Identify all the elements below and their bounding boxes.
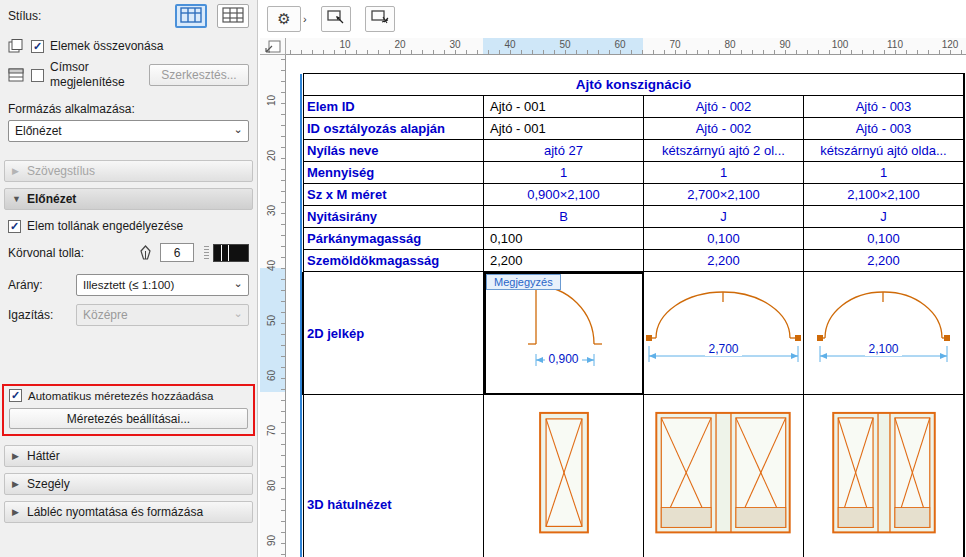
ruler-tick-label: 80 bbox=[266, 477, 277, 495]
table-cell[interactable]: 2,700×2,100 bbox=[644, 184, 804, 206]
row-label[interactable]: Sz x M méret bbox=[304, 184, 484, 206]
backview-cell-door1[interactable] bbox=[484, 395, 644, 557]
chevron-down-icon bbox=[231, 124, 245, 138]
table-grid-icon bbox=[180, 7, 202, 26]
ruler-tick-label: 40 bbox=[500, 39, 520, 50]
table-cell[interactable]: 2,200 bbox=[644, 250, 804, 272]
inject-parameters-button[interactable] bbox=[365, 6, 395, 32]
table-cell[interactable]: Ajtó - 001 bbox=[484, 96, 644, 118]
ruler-origin-icon[interactable] bbox=[260, 38, 286, 55]
symbol-cell-door1-selected[interactable]: Megjegyzés bbox=[484, 272, 644, 395]
scale-row: Arány: Illesztett (≤ 1:100) bbox=[8, 274, 249, 296]
section-border-label: Szegély bbox=[27, 477, 70, 491]
align-label: Igazítás: bbox=[8, 308, 76, 322]
style-grid-option-selected[interactable] bbox=[175, 4, 207, 28]
pen-enable-row: Elem tollának engedélyezése bbox=[8, 219, 249, 233]
symbol-cell-door3[interactable]: 2,100 bbox=[804, 272, 964, 395]
table-cell[interactable]: kétszárnyú ajtó 2 ol... bbox=[644, 140, 804, 162]
table-cell[interactable]: Ajtó - 003 bbox=[804, 118, 964, 140]
table-cell[interactable]: 1 bbox=[644, 162, 804, 184]
row-label[interactable]: Nyílás neve bbox=[304, 140, 484, 162]
section-textstyle[interactable]: Szövegstílus bbox=[4, 160, 253, 182]
row-label[interactable]: Párkánymagasság bbox=[304, 228, 484, 250]
symbol-cell-door2[interactable]: 2,700 bbox=[644, 272, 804, 395]
table-cell[interactable]: 2,200 bbox=[804, 250, 964, 272]
merge-elements-checkbox[interactable] bbox=[31, 40, 44, 53]
outline-pen-value-field[interactable]: 6 bbox=[160, 243, 194, 262]
chevron-right-icon bbox=[12, 507, 21, 517]
row-label-3d[interactable]: 3D hátulnézet bbox=[304, 395, 484, 557]
door2-2d-symbol-drawing bbox=[644, 272, 803, 394]
table-cell[interactable]: 2,200 bbox=[484, 250, 644, 272]
ruler-tick-label: 120 bbox=[940, 39, 960, 50]
align-dropdown[interactable]: Középre bbox=[76, 304, 249, 326]
door3-3d-backview-drawing bbox=[804, 395, 963, 557]
row-label[interactable]: Szemöldökmagasság bbox=[304, 250, 484, 272]
style-row: Stílus: bbox=[8, 4, 249, 28]
section-border[interactable]: Szegély bbox=[4, 473, 253, 495]
flyout-arrow-icon: › bbox=[303, 13, 307, 25]
outline-pen-label: Körvonal tolla: bbox=[8, 246, 84, 260]
ruler-tick-label: 70 bbox=[665, 39, 685, 50]
table-cell[interactable]: Ajtó - 002 bbox=[644, 118, 804, 140]
table-cell[interactable]: 0,900×2,100 bbox=[484, 184, 644, 206]
table-cell[interactable]: ajtó 27 bbox=[484, 140, 644, 162]
door1-3d-backview-drawing bbox=[484, 395, 643, 557]
section-footer[interactable]: Lábléc nyomtatása és formázása bbox=[4, 501, 253, 523]
ruler-tick-label: 40 bbox=[266, 257, 277, 275]
section-preview[interactable]: Előnézet bbox=[4, 188, 253, 210]
ruler-ticks bbox=[290, 50, 966, 54]
pickup-parameters-button[interactable] bbox=[321, 6, 351, 32]
row-label-2d[interactable]: 2D jelkép bbox=[304, 272, 484, 395]
section-background[interactable]: Háttér bbox=[4, 445, 253, 467]
edit-title-button[interactable]: Szerkesztés... bbox=[149, 64, 249, 86]
table-cell[interactable]: kétszárnyú ajtó olda... bbox=[804, 140, 964, 162]
auto-dimension-checkbox[interactable] bbox=[9, 389, 22, 402]
ruler-tick-label: 10 bbox=[266, 92, 277, 110]
gear-icon: ⚙ bbox=[277, 11, 290, 26]
table-cell[interactable]: J bbox=[804, 206, 964, 228]
outline-pen-value: 6 bbox=[174, 246, 181, 260]
row-label[interactable]: Nyitásirány bbox=[304, 206, 484, 228]
pen-pattern-swatch[interactable] bbox=[213, 244, 249, 262]
backview-cell-door3[interactable] bbox=[804, 395, 964, 557]
dimension-settings-button[interactable]: Méretezés beállításai... bbox=[9, 408, 248, 429]
table-cell[interactable]: B bbox=[484, 206, 644, 228]
style-grid-option-alt[interactable] bbox=[217, 4, 249, 28]
horizontal-ruler[interactable]: 10 20 30 40 50 60 70 80 90 100 110 120 bbox=[286, 38, 966, 55]
table-cell[interactable]: 0,100 bbox=[484, 228, 644, 250]
table-cell[interactable]: Ajtó - 003 bbox=[804, 96, 964, 118]
backview-cell-door2[interactable] bbox=[644, 395, 804, 557]
section-background-label: Háttér bbox=[27, 449, 60, 463]
table-title[interactable]: Ajtó konszignáció bbox=[304, 74, 964, 96]
row-label[interactable]: ID osztályozás alapján bbox=[304, 118, 484, 140]
chevron-right-icon bbox=[12, 166, 21, 176]
ruler-tick-label: 10 bbox=[335, 39, 355, 50]
table-cell[interactable]: 1 bbox=[484, 162, 644, 184]
ruler-tick-label: 60 bbox=[610, 39, 630, 50]
table-cell[interactable]: 1 bbox=[804, 162, 964, 184]
merge-elements-label: Elemek összevonása bbox=[50, 39, 163, 53]
pen-enable-checkbox[interactable] bbox=[8, 220, 21, 233]
show-title-row: Címsor megjelenítése Szerkesztés... bbox=[8, 60, 249, 90]
row-label[interactable]: Elem ID bbox=[304, 96, 484, 118]
door-schedule-table: Ajtó konszignáció Elem ID Ajtó - 001 Ajt… bbox=[303, 73, 965, 557]
scheme-settings-button[interactable]: ⚙ bbox=[267, 6, 301, 32]
ruler-tick-label: 100 bbox=[830, 39, 850, 50]
table-cell[interactable]: J bbox=[644, 206, 804, 228]
formatting-dropdown[interactable]: Előnézet bbox=[8, 120, 249, 142]
ruler-ticks bbox=[281, 59, 285, 557]
table-cell[interactable]: Ajtó - 001 bbox=[484, 118, 644, 140]
show-title-checkbox[interactable] bbox=[31, 69, 44, 82]
scale-dropdown[interactable]: Illesztett (≤ 1:100) bbox=[76, 274, 249, 296]
table-cell[interactable]: 0,100 bbox=[644, 228, 804, 250]
ruler-tick-label: 70 bbox=[266, 422, 277, 440]
table-cell[interactable]: Ajtó - 002 bbox=[644, 96, 804, 118]
schedule-settings-window: Stílus: Elemek összevonása bbox=[0, 0, 966, 557]
row-label[interactable]: Mennyiség bbox=[304, 162, 484, 184]
table-cell[interactable]: 2,100×2,100 bbox=[804, 184, 964, 206]
table-cell[interactable]: 0,100 bbox=[804, 228, 964, 250]
auto-dimension-highlight-box: Automatikus méretezés hozzáadása Méretez… bbox=[2, 384, 255, 436]
vertical-ruler[interactable]: 10 20 30 40 50 60 70 80 90 bbox=[260, 55, 286, 557]
ruler-tick-label: 20 bbox=[266, 147, 277, 165]
